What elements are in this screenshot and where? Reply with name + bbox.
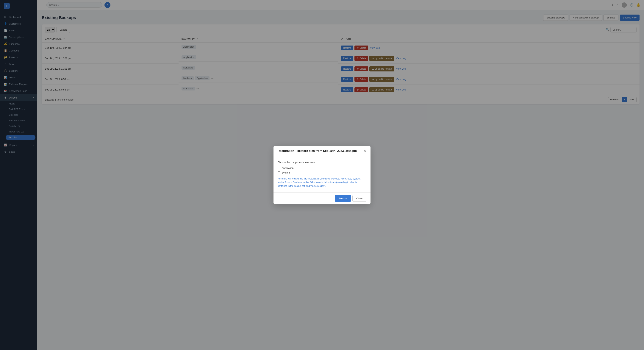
checkbox-system[interactable] — [278, 172, 280, 174]
modal-header: Restoration - Restore files from Sep 10t… — [274, 146, 370, 156]
checkbox-application-row: Application — [278, 166, 366, 170]
checkbox-system-label: System — [282, 171, 290, 174]
checkbox-application[interactable] — [278, 167, 280, 170]
modal-note: Restoring will replace this site's Appli… — [278, 177, 366, 188]
modal-overlay[interactable]: Restoration - Restore files from Sep 10t… — [0, 0, 644, 350]
modal-close-button[interactable]: Close — [352, 195, 366, 202]
modal-instruction: Choose the components to restore: — [278, 161, 366, 164]
checkbox-system-row: System — [278, 171, 366, 174]
restore-modal: Restoration - Restore files from Sep 10t… — [274, 146, 370, 204]
modal-restore-button[interactable]: Restore — [335, 195, 351, 202]
modal-title: Restoration - Restore files from Sep 10t… — [278, 149, 357, 152]
modal-close-x-button[interactable]: ✕ — [363, 149, 366, 153]
modal-body: Choose the components to restore: Applic… — [274, 156, 370, 192]
modal-footer: Restore Close — [274, 192, 370, 204]
checkbox-application-label: Application — [282, 166, 294, 170]
